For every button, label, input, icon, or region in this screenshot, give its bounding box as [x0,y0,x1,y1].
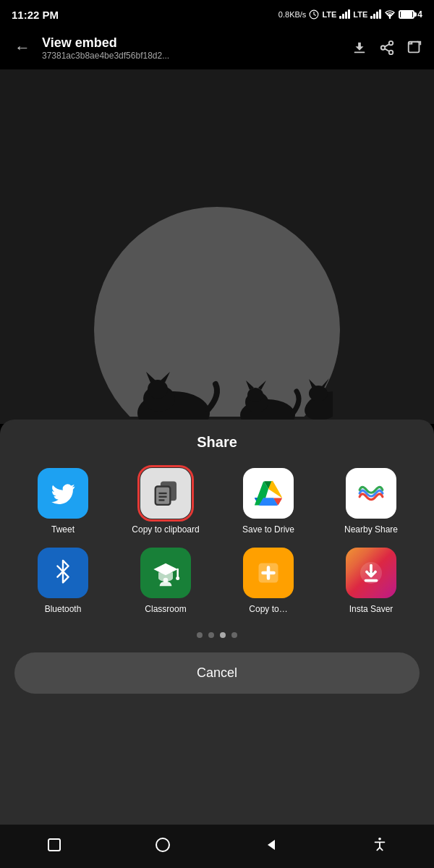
svg-marker-14 [161,372,170,383]
dot-4 [231,632,237,638]
nav-back-icon [263,837,279,853]
open-external-button[interactable] [407,40,422,56]
dot-3 [220,632,226,638]
share-button[interactable] [379,40,395,56]
app-item-classroom[interactable]: Classroom [117,548,214,616]
app-item-tweet[interactable]: Tweet [14,468,111,536]
nav-home-icon [155,837,171,853]
app-item-copy-clipboard[interactable]: Copy to clipboard [117,468,214,536]
nav-back-button[interactable] [257,830,286,859]
page-dots [14,632,420,638]
clock-icon [309,9,319,20]
top-bar-title-area: View embed 37381ac3b8ae4be3df56bf18d2... [42,35,343,61]
page-subtitle: 37381ac3b8ae4be3df56bf18d2... [42,51,343,61]
svg-rect-2 [354,52,365,54]
nearby-share-icon-wrapper [346,468,396,519]
app-item-save-drive[interactable]: Save to Drive [220,468,317,536]
svg-point-21 [247,388,263,402]
nav-bar [0,825,434,868]
classroom-icon-wrapper [140,548,191,598]
cancel-button[interactable]: Cancel [14,652,420,694]
svg-line-7 [385,44,389,47]
svg-point-3 [389,41,393,46]
classroom-icon [151,559,180,587]
bluetooth-label: Bluetooth [45,604,82,616]
drive-icon [255,480,282,507]
save-drive-label: Save to Drive [242,524,294,536]
svg-point-1 [389,17,391,19]
classroom-label: Classroom [145,604,186,616]
copy-clipboard-icon [152,480,179,507]
battery-level: 4 [417,9,422,20]
svg-rect-32 [156,487,171,505]
app-grid: Tweet Copy to clipboard [14,468,420,615]
silhouette-image [101,301,333,424]
svg-line-6 [385,48,389,51]
wifi-icon [384,9,396,20]
share-title: Share [14,434,420,451]
share-sheet: Share Tweet [0,420,434,868]
svg-point-28 [309,386,328,401]
nav-accessibility-icon [372,837,388,853]
back-button[interactable]: ← [12,35,33,60]
lte-indicator-2: LTE [353,10,367,19]
svg-point-5 [389,51,393,55]
page-title: View embed [42,35,343,51]
bluetooth-icon-wrapper [38,548,88,598]
app-item-copy-to[interactable]: Copy to… [220,548,317,616]
nav-square-button[interactable] [40,830,69,859]
svg-point-49 [378,838,381,841]
copy-clipboard-icon-wrapper [140,468,191,519]
svg-point-47 [156,838,169,851]
status-time: 11:22 PM [12,9,59,21]
drive-icon-wrapper [243,468,294,519]
nearby-share-label: Nearby Share [344,524,398,536]
copy-to-icon [255,560,281,586]
twitter-icon-wrapper [38,468,88,519]
status-bar: 11:22 PM 0.8KB/s LTE LTE 4 [0,0,434,26]
copy-to-label: Copy to… [249,604,287,616]
lte-indicator: LTE [322,10,336,19]
nav-accessibility-button[interactable] [365,830,394,859]
svg-marker-30 [322,378,329,388]
nearby-share-icon [357,482,385,504]
network-speed: 0.8KB/s [278,10,307,19]
dot-2 [208,632,214,638]
signal-bars-1 [339,10,350,19]
top-bar: ← View embed 37381ac3b8ae4be3df56bf18d2.… [0,26,434,69]
insta-saver-icon [358,560,384,586]
app-item-insta-saver[interactable]: Insta Saver [323,548,420,616]
battery-icon [399,10,414,19]
dot-1 [197,632,203,638]
svg-point-41 [176,576,179,580]
insta-saver-label: Insta Saver [349,604,393,616]
tweet-label: Tweet [51,524,75,536]
signal-bars-2 [370,10,381,19]
svg-marker-13 [146,372,156,383]
top-bar-actions [352,40,422,56]
bluetooth-icon [52,559,74,587]
status-icons: 0.8KB/s LTE LTE 4 [278,9,422,20]
svg-marker-48 [268,840,275,850]
app-item-bluetooth[interactable]: Bluetooth [14,548,111,616]
main-content [0,69,434,424]
insta-saver-icon-wrapper [346,548,396,598]
svg-rect-46 [48,839,60,851]
copy-to-icon-wrapper [243,548,294,598]
svg-marker-23 [258,380,266,390]
svg-point-4 [381,46,386,50]
nav-home-button[interactable] [148,830,177,859]
copy-clipboard-label: Copy to clipboard [132,524,199,536]
app-item-nearby-share[interactable]: Nearby Share [323,468,420,536]
nav-square-icon [47,838,61,852]
twitter-icon [49,480,77,507]
download-button[interactable] [352,40,367,56]
